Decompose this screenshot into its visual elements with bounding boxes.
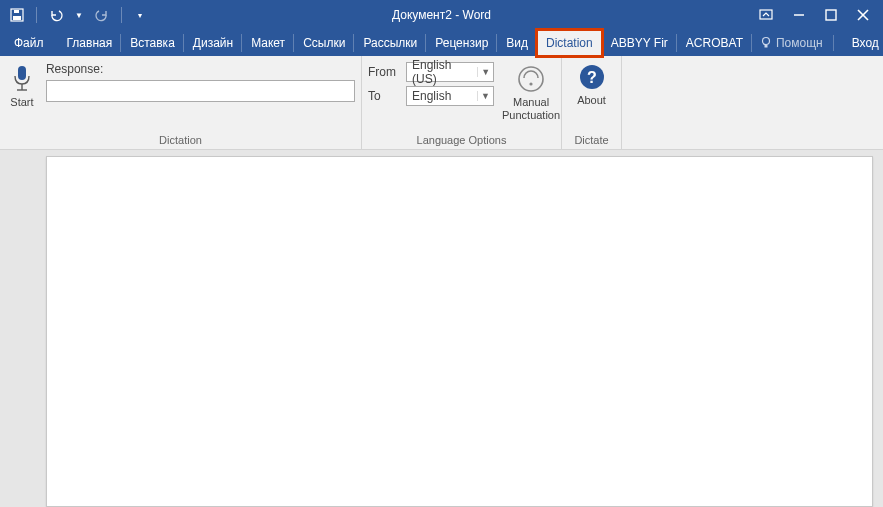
title-bar: ▼ ▾ Документ2 - Word — [0, 0, 883, 30]
quick-access-toolbar: ▼ ▾ — [0, 7, 146, 23]
svg-point-8 — [762, 38, 769, 45]
close-icon[interactable] — [857, 9, 869, 21]
tab-view[interactable]: Вид — [497, 30, 537, 56]
group-label: Dictation — [6, 132, 355, 149]
from-language-value: English (US) — [412, 58, 477, 86]
tab-abbyy[interactable]: ABBYY Fir — [602, 30, 677, 56]
tab-label: Макет — [251, 36, 285, 50]
redo-icon[interactable] — [93, 8, 109, 22]
from-label: From — [368, 65, 400, 79]
tab-label: Рассылки — [363, 36, 417, 50]
svg-rect-5 — [826, 10, 836, 20]
group-dictate: ? About Dictate — [562, 56, 622, 149]
response-input[interactable] — [46, 80, 355, 102]
group-label: Dictate — [568, 132, 615, 149]
question-circle-icon: ? — [577, 62, 607, 92]
tab-home[interactable]: Главная — [58, 30, 122, 56]
help-label: Помощн — [776, 36, 823, 50]
manual-label-2: Punctuation — [502, 109, 560, 121]
tab-design[interactable]: Дизайн — [184, 30, 242, 56]
ribbon: Start Response: Dictation From English (… — [0, 56, 883, 150]
start-label: Start — [10, 96, 33, 108]
document-page[interactable] — [46, 156, 873, 507]
about-button[interactable]: ? About — [568, 60, 615, 132]
document-area — [0, 150, 883, 507]
from-language-combo[interactable]: English (US) ▼ — [406, 62, 494, 82]
response-label: Response: — [46, 62, 355, 76]
manual-punctuation-button[interactable]: Manual Punctuation — [502, 62, 560, 122]
tab-insert[interactable]: Вставка — [121, 30, 184, 56]
svg-rect-1 — [13, 16, 21, 20]
tab-label: Вид — [506, 36, 528, 50]
to-language-value: English — [412, 89, 451, 103]
tab-mailings[interactable]: Рассылки — [354, 30, 426, 56]
tell-me-search[interactable]: Помощн — [752, 35, 842, 51]
tab-acrobat[interactable]: ACROBAT — [677, 30, 752, 56]
svg-point-15 — [529, 82, 532, 85]
chevron-down-icon: ▼ — [477, 91, 491, 101]
tab-dictation[interactable]: Dictation — [537, 30, 602, 56]
punctuation-icon — [516, 64, 546, 94]
sign-in-button[interactable]: Вход — [842, 36, 883, 50]
lightbulb-icon — [760, 36, 772, 50]
chevron-down-icon[interactable]: ▼ — [75, 11, 83, 20]
ribbon-tabs: Файл Главная Вставка Дизайн Макет Ссылки… — [0, 30, 883, 56]
tab-label: Вставка — [130, 36, 175, 50]
tab-label: Файл — [14, 36, 44, 50]
tab-label: ACROBAT — [686, 36, 743, 50]
microphone-icon — [11, 64, 33, 94]
group-label: Language Options — [368, 132, 555, 149]
svg-rect-3 — [760, 10, 772, 19]
svg-rect-9 — [764, 45, 767, 48]
minimize-icon[interactable] — [793, 9, 805, 21]
about-label: About — [577, 94, 606, 107]
group-dictation: Start Response: Dictation — [0, 56, 362, 149]
tab-label: ABBYY Fir — [611, 36, 668, 50]
tab-layout[interactable]: Макет — [242, 30, 294, 56]
qat-customize-icon[interactable]: ▾ — [134, 11, 146, 20]
login-label: Вход — [852, 36, 879, 50]
group-language-options: From English (US) ▼ To English ▼ — [362, 56, 562, 149]
to-label: To — [368, 89, 400, 103]
window-controls — [759, 9, 883, 21]
svg-text:?: ? — [587, 69, 597, 86]
manual-label-1: Manual — [513, 96, 549, 108]
save-icon[interactable] — [10, 8, 24, 22]
start-dictation-button[interactable]: Start — [6, 60, 38, 132]
maximize-icon[interactable] — [825, 9, 837, 21]
tab-references[interactable]: Ссылки — [294, 30, 354, 56]
tab-label: Dictation — [546, 36, 593, 50]
tab-label: Рецензир — [435, 36, 488, 50]
svg-rect-2 — [14, 10, 19, 13]
tab-label: Дизайн — [193, 36, 233, 50]
window-title: Документ2 - Word — [392, 8, 491, 22]
ribbon-display-options-icon[interactable] — [759, 9, 773, 21]
tab-label: Ссылки — [303, 36, 345, 50]
tab-label: Главная — [67, 36, 113, 50]
svg-rect-11 — [18, 66, 26, 80]
undo-icon[interactable] — [49, 8, 65, 22]
chevron-down-icon: ▼ — [477, 67, 491, 77]
tab-review[interactable]: Рецензир — [426, 30, 497, 56]
to-language-combo[interactable]: English ▼ — [406, 86, 494, 106]
tab-file[interactable]: Файл — [0, 30, 58, 56]
